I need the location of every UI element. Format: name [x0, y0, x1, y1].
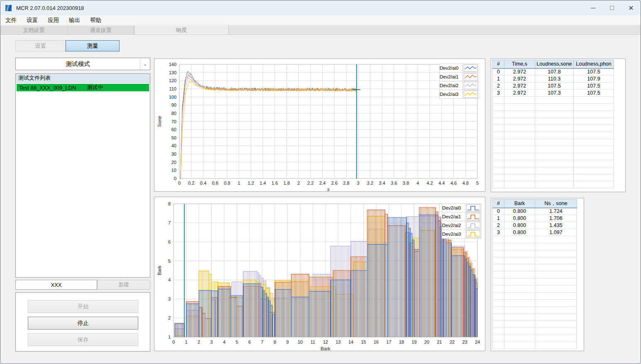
table-cell[interactable]: 1.706 — [535, 215, 577, 222]
table-cell[interactable] — [493, 146, 504, 153]
table-cell[interactable] — [574, 104, 614, 111]
table-cell[interactable] — [504, 328, 535, 335]
table-cell[interactable] — [535, 174, 574, 181]
table-cell[interactable] — [535, 236, 577, 243]
menu-item-2[interactable]: 应用 — [43, 15, 64, 25]
table-cell[interactable] — [574, 174, 614, 181]
table-cell[interactable] — [493, 132, 504, 139]
table-cell[interactable]: 3 — [493, 229, 504, 236]
table-cell[interactable] — [493, 139, 504, 146]
table-cell[interactable]: 1.435 — [535, 222, 577, 229]
table-cell[interactable]: 0 — [493, 68, 504, 76]
table-cell[interactable] — [535, 286, 577, 293]
table-cell[interactable]: 2.972 — [504, 68, 535, 76]
table-cell[interactable] — [574, 132, 614, 139]
table-cell[interactable] — [535, 118, 574, 125]
table-cell[interactable]: 1.097 — [535, 229, 577, 236]
table-cell[interactable] — [535, 264, 577, 271]
table-cell[interactable] — [493, 300, 504, 307]
menu-item-0[interactable]: 文件 — [0, 15, 22, 25]
table-cell[interactable] — [504, 250, 535, 257]
table-cell[interactable] — [504, 307, 535, 314]
table-cell[interactable] — [535, 328, 577, 335]
table-cell[interactable] — [493, 97, 504, 104]
table-cell[interactable] — [535, 335, 577, 342]
save-button[interactable]: 保存 — [28, 333, 138, 346]
table-cell[interactable]: 0.800 — [504, 229, 535, 236]
table-cell[interactable] — [504, 342, 535, 349]
maximize-button[interactable] — [602, 0, 621, 15]
table-cell[interactable] — [493, 181, 504, 188]
table-cell[interactable] — [493, 342, 504, 349]
table-cell[interactable] — [535, 300, 577, 307]
table-cell[interactable] — [535, 321, 577, 328]
table-cell[interactable] — [535, 243, 577, 250]
table-cell[interactable] — [504, 278, 535, 286]
table-cell[interactable] — [535, 97, 574, 104]
table-cell[interactable] — [535, 167, 574, 174]
table-cell[interactable] — [574, 125, 614, 132]
table-cell[interactable]: 1 — [493, 215, 504, 222]
table-cell[interactable]: 0.800 — [504, 215, 535, 222]
table-cell[interactable] — [493, 236, 504, 243]
xxx-button[interactable]: XXX — [15, 280, 97, 290]
table-cell[interactable] — [535, 104, 574, 111]
table-cell[interactable] — [493, 264, 504, 271]
table-cell[interactable] — [493, 321, 504, 328]
table-cell[interactable] — [574, 181, 614, 188]
table-cell[interactable]: 0.800 — [504, 208, 535, 215]
table-cell[interactable] — [535, 111, 574, 118]
table-cell[interactable] — [574, 118, 614, 125]
table-cell[interactable] — [493, 250, 504, 257]
table-cell[interactable] — [504, 314, 535, 321]
table-cell[interactable]: 110.3 — [535, 76, 574, 83]
new-button[interactable]: 新建 — [97, 280, 150, 290]
table-cell[interactable] — [504, 167, 535, 174]
table-cell[interactable] — [493, 271, 504, 278]
table-cell[interactable] — [574, 111, 614, 118]
tab-1[interactable]: 通道设置 — [68, 25, 134, 34]
menu-item-4[interactable]: 帮助 — [85, 15, 106, 25]
table-cell[interactable] — [493, 111, 504, 118]
table-cell[interactable] — [493, 174, 504, 181]
table-cell[interactable] — [504, 257, 535, 264]
table-cell[interactable] — [493, 293, 504, 300]
table-cell[interactable]: 107.3 — [535, 90, 574, 97]
table-cell[interactable] — [504, 97, 535, 104]
table-cell[interactable] — [504, 181, 535, 188]
specific-loudness-chart[interactable]: 0123456789101112131415161718192021222324… — [154, 197, 485, 351]
table-cell[interactable] — [504, 243, 535, 250]
table-cell[interactable] — [504, 146, 535, 153]
table-cell[interactable] — [504, 104, 535, 111]
table-cell[interactable] — [493, 314, 504, 321]
table-cell[interactable] — [504, 118, 535, 125]
table-cell[interactable]: 2 — [493, 222, 504, 229]
table-cell[interactable] — [535, 181, 574, 188]
table-cell[interactable] — [493, 153, 504, 160]
table-cell[interactable]: 107.5 — [574, 68, 614, 76]
table-cell[interactable]: 2 — [493, 83, 504, 90]
table-cell[interactable] — [493, 167, 504, 174]
table-cell[interactable]: 2.972 — [504, 90, 535, 97]
file-list-item[interactable]: Test 88_XXX_009_LDN 测试中 — [17, 84, 149, 91]
table-cell[interactable]: 2.972 — [504, 83, 535, 90]
table-cell[interactable] — [535, 293, 577, 300]
table-cell[interactable] — [493, 160, 504, 167]
table-cell[interactable] — [504, 125, 535, 132]
table-cell[interactable] — [574, 160, 614, 167]
table-cell[interactable] — [493, 307, 504, 314]
close-button[interactable]: ✕ — [621, 0, 641, 15]
menu-item-1[interactable]: 设置 — [22, 15, 43, 25]
table-cell[interactable] — [535, 257, 577, 264]
table-cell[interactable]: 107.8 — [535, 68, 574, 76]
table-cell[interactable] — [493, 118, 504, 125]
table-cell[interactable] — [574, 139, 614, 146]
table-cell[interactable] — [574, 146, 614, 153]
table-cell[interactable] — [493, 243, 504, 250]
table-cell[interactable] — [535, 271, 577, 278]
table-cell[interactable] — [504, 139, 535, 146]
table-cell[interactable]: 3 — [493, 90, 504, 97]
table-cell[interactable]: 0 — [493, 208, 504, 215]
table-cell[interactable]: 0.800 — [504, 222, 535, 229]
table-cell[interactable] — [574, 167, 614, 174]
